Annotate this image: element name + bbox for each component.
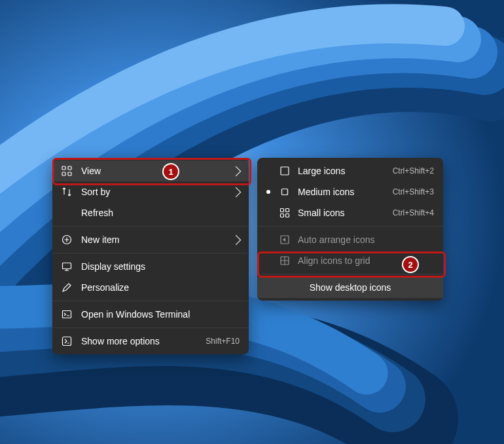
check-indicator	[266, 259, 270, 263]
menu-item-display-settings[interactable]: Display settings	[52, 256, 249, 277]
menu-accel: Shift+F10	[206, 337, 240, 346]
menu-label: New item	[81, 234, 227, 245]
svg-rect-3	[62, 172, 65, 176]
menu-label: Large icons	[298, 166, 393, 176]
terminal-icon	[62, 309, 72, 320]
menu-label: Open in Windows Terminal	[81, 309, 240, 320]
new-icon	[62, 234, 72, 245]
menu-separator	[257, 274, 443, 274]
radio-indicator	[266, 169, 270, 173]
menu-label: Personalize	[81, 282, 240, 293]
display-icon	[62, 261, 72, 272]
personalize-icon	[62, 282, 72, 293]
chevron-right-icon	[231, 187, 242, 197]
submenu-item-align-grid[interactable]: Align icons to grid	[257, 250, 443, 271]
submenu-item-large-icons[interactable]: Large icons Ctrl+Shift+2	[257, 160, 443, 181]
menu-label: Medium icons	[298, 187, 393, 197]
menu-item-personalize[interactable]: Personalize	[52, 277, 249, 298]
menu-accel: Ctrl+Shift+2	[393, 166, 434, 176]
menu-separator	[52, 226, 249, 227]
blank-icon	[62, 208, 72, 218]
svg-rect-4	[68, 172, 71, 176]
menu-accel: Ctrl+Shift+4	[393, 208, 434, 217]
svg-rect-14	[286, 214, 289, 217]
menu-item-new[interactable]: New item	[52, 229, 249, 250]
radio-indicator-selected	[266, 190, 270, 194]
menu-label: Auto arrange icons	[298, 234, 434, 245]
menu-label: View	[81, 166, 227, 176]
menu-separator	[52, 253, 249, 253]
submenu-item-medium-icons[interactable]: Medium icons Ctrl+Shift+3	[257, 181, 443, 202]
menu-label: Small icons	[298, 208, 393, 218]
menu-item-refresh[interactable]: Refresh	[52, 202, 249, 223]
sort-icon	[62, 187, 72, 197]
svg-rect-1	[62, 166, 65, 170]
menu-label: Refresh	[81, 208, 240, 218]
view-icon	[62, 166, 72, 176]
menu-item-view[interactable]: View	[52, 160, 249, 181]
menu-item-terminal[interactable]: Open in Windows Terminal	[52, 304, 249, 325]
small-icons-icon	[279, 208, 290, 218]
more-options-icon	[62, 336, 72, 346]
check-indicator	[266, 238, 270, 242]
auto-arrange-icon	[279, 234, 290, 245]
svg-rect-7	[63, 311, 71, 318]
menu-label: Align icons to grid	[298, 255, 434, 266]
desktop-context-menu: View Sort by Refresh New item Display se…	[52, 158, 249, 354]
view-submenu: Large icons Ctrl+Shift+2 Medium icons Ct…	[257, 158, 443, 301]
svg-rect-13	[281, 214, 284, 217]
submenu-item-auto-arrange[interactable]: Auto arrange icons	[257, 229, 443, 250]
menu-separator	[52, 327, 249, 328]
menu-item-sort-by[interactable]: Sort by	[52, 181, 249, 202]
menu-item-more-options[interactable]: Show more options Shift+F10	[52, 331, 249, 352]
chevron-right-icon	[231, 234, 242, 245]
svg-rect-2	[68, 166, 71, 170]
menu-separator	[257, 226, 443, 227]
menu-separator	[52, 301, 249, 301]
large-icons-icon	[279, 166, 290, 176]
align-grid-icon	[279, 255, 290, 266]
menu-label: Show more options	[81, 336, 206, 346]
menu-label: Display settings	[81, 261, 240, 272]
svg-rect-6	[63, 263, 71, 269]
menu-label: Show desktop icons	[266, 282, 434, 293]
menu-label: Sort by	[81, 187, 227, 197]
menu-accel: Ctrl+Shift+3	[393, 187, 434, 196]
medium-icons-icon	[279, 187, 290, 197]
submenu-item-small-icons[interactable]: Small icons Ctrl+Shift+4	[257, 202, 443, 223]
chevron-right-icon	[231, 166, 242, 176]
submenu-item-show-desktop-icons[interactable]: Show desktop icons	[257, 277, 443, 298]
svg-rect-11	[281, 209, 284, 212]
svg-rect-9	[281, 167, 289, 175]
svg-rect-10	[282, 189, 288, 195]
radio-indicator	[266, 211, 270, 215]
svg-rect-12	[286, 209, 289, 212]
